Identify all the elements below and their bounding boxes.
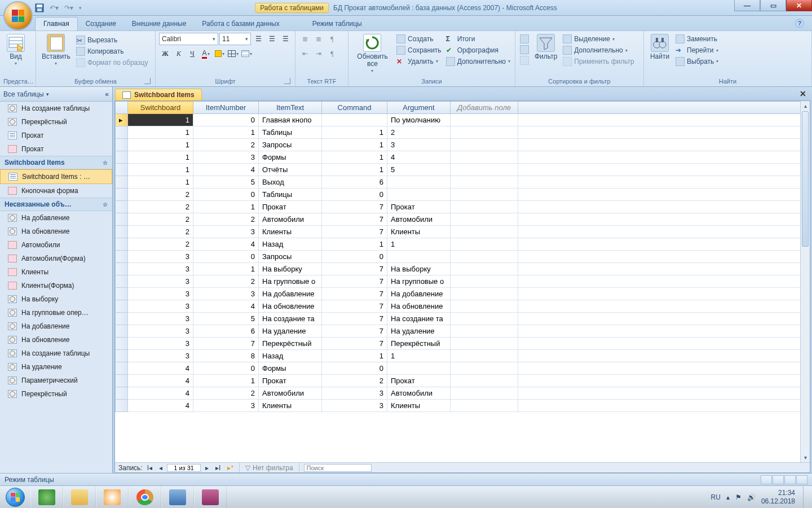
cell[interactable]: 2 xyxy=(128,189,193,201)
cell[interactable]: 1 xyxy=(322,164,387,176)
record-position-input[interactable] xyxy=(167,464,201,472)
cell[interactable]: 7 xyxy=(322,325,387,338)
row-selector[interactable] xyxy=(116,213,128,226)
row-selector[interactable] xyxy=(116,126,128,139)
nav-group[interactable]: Несвязанные объ…☆ xyxy=(0,198,112,211)
cell[interactable]: 6 xyxy=(193,325,259,338)
maximize-button[interactable]: ▭ xyxy=(760,0,786,11)
paste-button[interactable]: Вставить▾ xyxy=(39,33,73,68)
cell[interactable]: 4 xyxy=(128,375,193,387)
cell[interactable]: 7 xyxy=(322,275,387,288)
cell[interactable]: 1 xyxy=(193,375,259,387)
cell[interactable]: На удаление xyxy=(387,325,451,338)
cell[interactable]: 3 xyxy=(128,263,193,275)
cell[interactable]: 1 xyxy=(128,151,193,164)
cell[interactable]: 4 xyxy=(128,387,193,400)
cell[interactable]: 2 xyxy=(322,375,387,387)
cell[interactable]: 3 xyxy=(193,226,259,238)
nav-item[interactable]: Прокат xyxy=(0,129,112,142)
row-selector[interactable] xyxy=(116,238,128,251)
nav-item[interactable]: Switchboard Items : … xyxy=(0,169,112,184)
tab-datasheet[interactable]: Режим таблицы xyxy=(304,17,370,30)
totals-button[interactable]: ΣИтоги xyxy=(445,34,511,45)
bullets-icon[interactable]: ≣ xyxy=(299,33,311,45)
cell[interactable]: На создание та xyxy=(387,313,451,325)
scroll-up-icon[interactable]: ▴ xyxy=(801,101,810,111)
sort-asc-button[interactable] xyxy=(519,34,530,44)
vertical-scrollbar[interactable]: ▴▾ xyxy=(800,101,810,462)
taskbar-app-access[interactable] xyxy=(194,486,227,509)
taskbar-app-word[interactable] xyxy=(161,486,194,509)
nav-item[interactable]: На обновление xyxy=(0,225,112,238)
nav-group[interactable]: Switchboard Items☆ xyxy=(0,156,112,169)
row-selector[interactable] xyxy=(116,300,128,313)
cell[interactable]: 0 xyxy=(193,189,259,201)
format-painter-button[interactable]: Формат по образцу xyxy=(75,58,149,68)
cell[interactable] xyxy=(387,251,451,263)
taskbar-app-chrome[interactable] xyxy=(129,486,161,509)
cell[interactable]: 3 xyxy=(128,325,193,338)
cell[interactable]: Формы xyxy=(259,362,322,375)
cell[interactable]: 3 xyxy=(193,151,259,164)
column-header[interactable]: Switchboard xyxy=(128,102,193,114)
cell[interactable]: 0 xyxy=(322,189,387,201)
tab-external[interactable]: Внешние данные xyxy=(124,17,195,30)
nav-item[interactable]: На обновление xyxy=(0,333,112,347)
cell[interactable]: 7 xyxy=(322,300,387,313)
cell[interactable]: 1 xyxy=(322,126,387,139)
cell[interactable]: 2 xyxy=(193,139,259,151)
nav-item[interactable]: На добавление xyxy=(0,211,112,225)
row-selector[interactable] xyxy=(116,350,128,362)
row-selector[interactable] xyxy=(116,151,128,164)
chart-view-icon[interactable] xyxy=(784,475,796,484)
volume-icon[interactable]: 🔊 xyxy=(747,493,756,501)
cell[interactable]: 1 xyxy=(193,263,259,275)
undo-icon[interactable]: ↶▾ xyxy=(50,4,59,12)
cell[interactable]: Таблицы xyxy=(259,189,322,201)
tab-dbtools[interactable]: Работа с базами данных xyxy=(194,17,287,30)
cell[interactable]: 1 xyxy=(128,176,193,189)
cell[interactable]: На обновление xyxy=(259,300,322,313)
cell[interactable]: 4 xyxy=(387,151,451,164)
nav-item[interactable]: Автомобили(Форма) xyxy=(0,252,112,265)
cell[interactable]: 5 xyxy=(387,164,451,176)
align-left-icon[interactable]: ☰ xyxy=(252,33,264,45)
cell[interactable]: 3 xyxy=(128,300,193,313)
cell[interactable]: 4 xyxy=(193,164,259,176)
cell[interactable]: 4 xyxy=(193,238,259,251)
row-selector[interactable]: ▸ xyxy=(116,114,128,126)
nav-item[interactable]: Кнопочная форма xyxy=(0,184,112,198)
gridlines-button[interactable]: ▾ xyxy=(227,47,239,60)
datasheet-grid[interactable]: SwitchboardItemNumberItemTextCommandArgu… xyxy=(115,101,810,462)
row-selector[interactable] xyxy=(116,139,128,151)
cell[interactable]: Запросы xyxy=(259,139,322,151)
cell[interactable]: 7 xyxy=(322,201,387,213)
language-indicator[interactable]: RU xyxy=(711,493,721,501)
font-color-button[interactable]: A▾ xyxy=(200,47,212,60)
cell[interactable]: 1 xyxy=(322,139,387,151)
cell[interactable]: 6 xyxy=(322,176,387,189)
help-icon[interactable]: ? xyxy=(795,19,804,28)
cell[interactable]: На добавление xyxy=(387,288,451,300)
cell[interactable]: 3 xyxy=(322,400,387,412)
font-name-combo[interactable]: Calibri▾ xyxy=(159,33,218,45)
cell[interactable]: 8 xyxy=(193,350,259,362)
row-selector[interactable] xyxy=(116,164,128,176)
cell[interactable]: 2 xyxy=(128,201,193,213)
nav-item[interactable]: Автомобили xyxy=(0,238,112,252)
row-selector[interactable] xyxy=(116,176,128,189)
cell[interactable]: 3 xyxy=(128,288,193,300)
tab-home[interactable]: Главная xyxy=(35,17,78,30)
nav-item[interactable]: Прокат xyxy=(0,142,112,156)
nav-item[interactable]: Перекрёстный xyxy=(0,115,112,129)
dec-indent-icon[interactable]: ⇤ xyxy=(299,47,311,60)
cell[interactable]: 1 xyxy=(387,238,451,251)
first-record-button[interactable]: I◂ xyxy=(145,464,155,472)
column-header[interactable]: Command xyxy=(322,102,387,114)
cell[interactable]: 0 xyxy=(322,251,387,263)
cell[interactable]: 1 xyxy=(322,350,387,362)
row-selector[interactable] xyxy=(116,400,128,412)
cell[interactable] xyxy=(387,362,451,375)
nav-item[interactable]: Перекрёстный xyxy=(0,387,112,401)
cell[interactable]: 1 xyxy=(128,126,193,139)
